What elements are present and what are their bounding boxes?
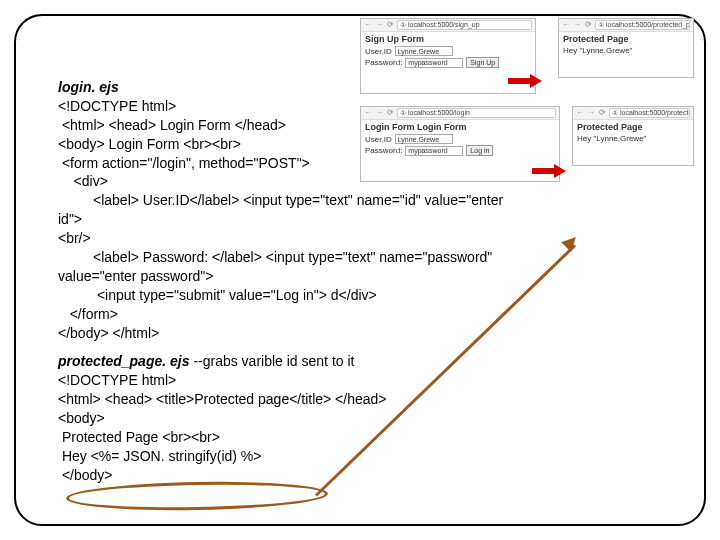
code-line: </form> [58, 305, 518, 324]
password-field: mypassword [405, 146, 463, 156]
code-line: <body> [58, 409, 518, 428]
code-line: value="enter password"> [58, 267, 518, 286]
page-title: Protected Page [563, 34, 689, 44]
login-button: Log in [466, 145, 493, 156]
browser-toolbar: ← → ⟳ ① localhost:5000/protected_page [573, 107, 693, 120]
address-bar: ① localhost:5000/protected_page [609, 108, 690, 118]
back-icon: ← [562, 21, 570, 29]
browser-toolbar: ← → ⟳ ① localhost:5000/protected_page [559, 19, 693, 32]
code-line: <!DOCTYPE html> [58, 371, 518, 390]
file2-label: protected_page. ejs [58, 353, 190, 369]
password-label: Password: [365, 146, 402, 155]
forward-icon: → [587, 109, 595, 117]
back-icon: ← [364, 21, 372, 29]
code-line: Protected Page <br><br> [58, 428, 518, 447]
code-line: </body> </html> [58, 324, 518, 343]
code-line: <html> <head> <title>Protected page</tit… [58, 390, 518, 409]
browser-toolbar: ← → ⟳ ① localhost:5000/sign_up [361, 19, 535, 32]
userid-label: User.ID [365, 135, 392, 144]
code-line: Hey <%= JSON. stringify(id) %> [58, 447, 518, 466]
window-login: ← → ⟳ ① localhost:5000/login Login Form … [360, 106, 560, 182]
code-line: <br/> [58, 229, 518, 248]
red-arrow-icon [532, 164, 566, 178]
password-field: mypassword [405, 58, 463, 68]
reload-icon: ⟳ [386, 21, 394, 29]
window-protected-2: ← → ⟳ ① localhost:5000/protected_page Pr… [572, 106, 694, 166]
back-icon: ← [364, 109, 372, 117]
forward-icon: → [375, 21, 383, 29]
annotation-arrow-head [561, 232, 581, 252]
red-arrow-icon [508, 74, 542, 88]
signup-button: Sign Up [466, 57, 499, 68]
forward-icon: → [573, 21, 581, 29]
forward-icon: → [375, 109, 383, 117]
window-protected-1: ← → ⟳ ① localhost:5000/protected_page Pr… [558, 18, 694, 78]
page-title: Sign Up Form [365, 34, 531, 44]
page-title: Login Form Login Form [365, 122, 555, 132]
reload-icon: ⟳ [598, 109, 606, 117]
reload-icon: ⟳ [386, 109, 394, 117]
back-icon: ← [576, 109, 584, 117]
userid-label: User.ID [365, 47, 392, 56]
address-bar: ① localhost:5000/login [397, 108, 556, 118]
code-line: <label> Password: </label> <input type="… [58, 248, 518, 267]
browser-toolbar: ← → ⟳ ① localhost:5000/login [361, 107, 559, 120]
file2-suffix: --grabs varible id sent to it [190, 353, 355, 369]
slide-frame: login. ejs <!DOCTYPE html> <html> <head>… [14, 14, 706, 526]
address-bar: ① localhost:5000/sign_up [397, 20, 532, 30]
page-title: Protected Page [577, 122, 689, 132]
code-line: </body> [58, 466, 518, 485]
userid-field: Lynne.Grewe [395, 46, 453, 56]
code-line: <input type="submit" value="Log in"> d</… [58, 286, 518, 305]
screenshot-cluster: ← → ⟳ ① localhost:5000/sign_up Sign Up F… [360, 16, 700, 226]
page-body: Hey "Lynne.Grewe" [577, 134, 689, 143]
userid-field: Lynne.Grewe [395, 134, 453, 144]
reload-icon: ⟳ [584, 21, 592, 29]
address-bar: ① localhost:5000/protected_page [595, 20, 690, 30]
page-body: Hey "Lynne.Grewe" [563, 46, 689, 55]
password-label: Password: [365, 58, 402, 67]
